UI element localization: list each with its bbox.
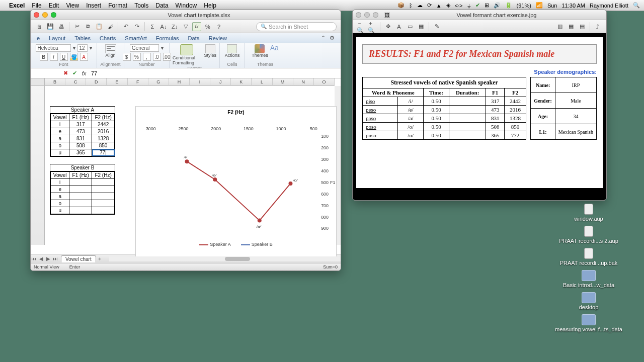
menu-tools[interactable]: Tools xyxy=(134,2,148,9)
fx-icon[interactable]: fx xyxy=(192,22,201,31)
speaker-a-table[interactable]: Speaker A VowelF1 (Hz)F2 (Hz) i3172442 e… xyxy=(50,106,115,157)
select-tool-icon[interactable]: ▭ xyxy=(406,22,415,31)
ribbon-tab-home[interactable]: e xyxy=(37,35,40,41)
conditional-formatting-button[interactable]: Conditional Formatting xyxy=(173,44,201,66)
print-icon[interactable]: 🖶 xyxy=(57,22,66,31)
new-file-icon[interactable]: 🗎 xyxy=(35,22,44,31)
sidebar-thumbs-icon[interactable]: ▥ xyxy=(555,22,565,31)
util-icon[interactable]: ⊞ xyxy=(485,2,489,9)
airport-icon[interactable]: 📶 xyxy=(536,2,543,9)
minimize-button[interactable] xyxy=(364,12,370,18)
appmenu-excel[interactable]: Excel xyxy=(9,2,25,9)
filter-icon[interactable]: ▽ xyxy=(181,22,190,31)
volume-icon[interactable]: 🔊 xyxy=(494,2,501,9)
font-size-chevron-icon[interactable]: ▾ xyxy=(90,45,92,51)
prev-sheet-icon[interactable]: ◀ xyxy=(38,256,45,261)
ribbon-tab-formulas[interactable]: Formulas xyxy=(156,35,179,41)
drive-icon[interactable]: ▲ xyxy=(436,3,442,9)
number-format-chevron-icon[interactable]: ▾ xyxy=(161,45,164,51)
preview-canvas[interactable]: RESULTS: F1 and F2 for Mexican Spanish m… xyxy=(353,33,606,200)
sheet-tab[interactable]: Vowel chart xyxy=(61,255,96,262)
wifi-icon[interactable]: ⏚ xyxy=(467,3,471,9)
desktop-folder[interactable]: measuring vowel f...ts_data xyxy=(548,314,629,332)
ribbon-tab-review[interactable]: Review xyxy=(209,35,227,41)
comma-button[interactable]: , xyxy=(143,53,151,61)
row-headers[interactable] xyxy=(31,86,45,245)
battery-icon[interactable]: 🔋 xyxy=(505,2,512,9)
zoom-button[interactable] xyxy=(51,12,56,18)
align-button[interactable]: Align xyxy=(105,44,116,58)
zoom-out-icon[interactable]: －🔍 xyxy=(357,22,366,31)
bluetooth-icon[interactable]: ᛒ xyxy=(409,3,413,9)
sync-icon[interactable]: ⟳ xyxy=(427,2,432,9)
ribbon-tab-smartart[interactable]: SmartArt xyxy=(125,35,146,41)
share-icon[interactable]: ⤴ xyxy=(593,22,602,31)
gear-icon[interactable]: ⚙ xyxy=(330,35,335,41)
font-name-chevron-icon[interactable]: ▾ xyxy=(73,45,75,51)
close-button[interactable] xyxy=(34,12,39,18)
zoom-in-icon[interactable]: ＋🔍 xyxy=(368,22,377,31)
desktop-file[interactable]: PRAAT recordi...up.bak xyxy=(548,248,629,266)
preview-titlebar[interactable]: 🖼 Vowel formant chart exercise.jpg xyxy=(353,10,606,20)
font-size-select[interactable]: 12 xyxy=(77,44,88,52)
menu-file[interactable]: File xyxy=(32,2,41,9)
format-painter-icon[interactable]: 🖌 xyxy=(106,22,115,31)
copy-icon[interactable]: ⧉ xyxy=(84,22,93,31)
menuextra-icon[interactable]: 📦 xyxy=(397,2,405,9)
crop-tool-icon[interactable]: ▦ xyxy=(417,22,426,31)
add-sheet-button[interactable]: ＋ xyxy=(96,255,103,262)
next-sheet-icon[interactable]: ▶ xyxy=(45,256,52,261)
menu-view[interactable]: View xyxy=(66,2,79,9)
codecov-icon[interactable]: <·> xyxy=(455,3,463,9)
diamond-icon[interactable]: ◈ xyxy=(446,2,450,9)
themes-button[interactable]: Themes xyxy=(252,44,268,58)
sort-desc-icon[interactable]: Z↓ xyxy=(170,22,179,31)
view-mode[interactable]: Normal View xyxy=(34,264,59,269)
number-format-select[interactable]: General xyxy=(130,44,159,52)
underline-button[interactable]: U xyxy=(60,53,68,61)
dec-inc-button[interactable]: .0 xyxy=(153,53,161,61)
desktop-folder[interactable]: Basic introd...w_data xyxy=(548,270,629,288)
ribbon-tab-data[interactable]: Data xyxy=(188,35,200,41)
paste-icon[interactable]: 📋 xyxy=(95,22,104,31)
help-icon[interactable]: ? xyxy=(214,22,223,31)
ribbon-collapse-icon[interactable]: ⌃ xyxy=(321,35,326,41)
select-all-corner[interactable] xyxy=(31,78,45,86)
desktop-folder[interactable]: desktop xyxy=(548,292,629,310)
styles-button[interactable]: Styles xyxy=(204,44,216,66)
ribbon-tab-tables[interactable]: Tables xyxy=(74,35,91,41)
sheet-grid[interactable]: BC DE FG HI JK LM NO Speaker A VowelF1 (… xyxy=(31,78,341,254)
percent-button[interactable]: % xyxy=(133,53,141,61)
menu-help[interactable]: Help xyxy=(204,2,216,9)
ribbon-tab-layout[interactable]: Layout xyxy=(49,35,65,41)
currency-button[interactable]: $ xyxy=(123,53,131,61)
sidebar-hide-icon[interactable]: ▤ xyxy=(578,22,587,31)
move-tool-icon[interactable]: ✥ xyxy=(383,22,392,31)
menu-data[interactable]: Data xyxy=(155,2,168,9)
redo-icon[interactable]: ↷ xyxy=(132,22,141,31)
desktop-file[interactable]: PRAAT recordi...s 2.aup xyxy=(548,226,629,244)
menu-window[interactable]: Window xyxy=(176,2,197,9)
horizontal-scrollbar[interactable] xyxy=(109,256,341,261)
save-icon[interactable]: 💾 xyxy=(46,22,55,31)
undo-icon[interactable]: ↶ xyxy=(121,22,130,31)
percent-icon[interactable]: % xyxy=(203,22,212,31)
font-color-button[interactable]: A xyxy=(80,53,88,61)
desktop-file[interactable]: window.aup xyxy=(548,204,629,222)
excel-titlebar[interactable]: Vowel chart template.xlsx xyxy=(31,10,341,20)
check-icon[interactable]: ✔ xyxy=(475,2,480,9)
clock-day[interactable]: Sun xyxy=(547,3,557,9)
fill-color-button[interactable]: 🪣 xyxy=(70,53,78,61)
theme-fonts-button[interactable]: Aa xyxy=(270,44,279,58)
menu-insert[interactable]: Insert xyxy=(86,2,101,9)
bold-button[interactable]: B xyxy=(40,53,48,61)
accept-formula-icon[interactable]: ✔ xyxy=(70,70,79,76)
formula-input[interactable]: 77 xyxy=(89,70,341,76)
minimize-button[interactable] xyxy=(42,12,48,18)
cut-icon[interactable]: ✂ xyxy=(72,22,82,31)
ribbon-tab-charts[interactable]: Charts xyxy=(100,35,116,41)
annotate-icon[interactable]: ✎ xyxy=(432,22,441,31)
font-name-select[interactable]: Helvetica xyxy=(36,44,71,52)
sidebar-contact-icon[interactable]: ▦ xyxy=(567,22,576,31)
spotlight-icon[interactable]: 🔍 xyxy=(633,2,640,9)
